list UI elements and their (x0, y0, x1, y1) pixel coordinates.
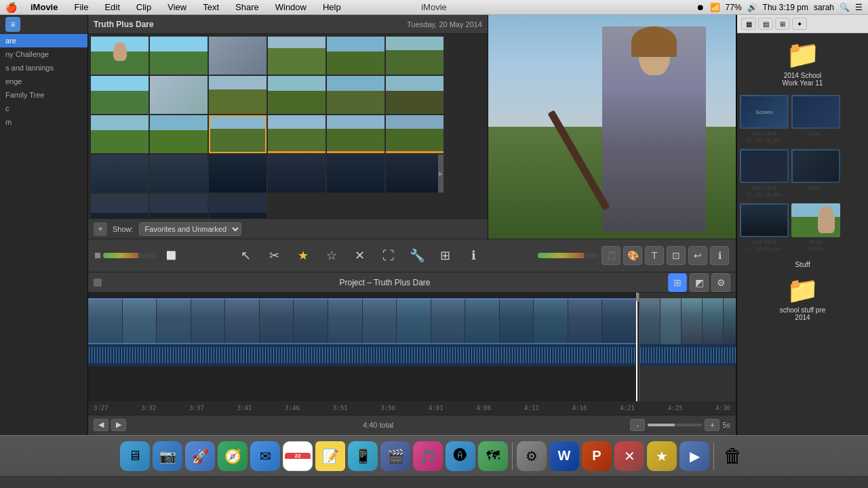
thumbnail-4-3[interactable] (209, 155, 267, 192)
sidebar-item-challenge[interactable]: ny Challenge (0, 47, 87, 61)
thumbnail-1-5[interactable] (327, 37, 384, 75)
search-icon[interactable]: 🔍 (840, 3, 850, 12)
thumbnail-5-2[interactable] (150, 194, 208, 218)
timeline-area[interactable]: 4s (88, 293, 736, 401)
menu-share[interactable]: Share (233, 1, 262, 14)
select-tool-button[interactable]: ↖ (234, 243, 258, 268)
thumbnail-2-6[interactable] (386, 76, 443, 114)
dock-appstore[interactable]: 🅐 (446, 441, 475, 471)
zoom-out-btn[interactable]: - (630, 419, 645, 431)
thumbnail-2-1[interactable] (91, 76, 149, 114)
screenshot-4[interactable]: Scre... (791, 149, 840, 198)
sidebar-item-enge[interactable]: enge (0, 75, 87, 88)
thumbnail-3-1[interactable] (91, 115, 149, 153)
clip-thumbnail-view[interactable]: ⬜ (160, 245, 182, 266)
thumbnail-3-3[interactable] (209, 115, 267, 153)
unfavorite-button[interactable]: ☆ (319, 243, 344, 268)
thumbnail-4-4[interactable] (268, 155, 326, 192)
screenshot-1[interactable]: Screen een Shot0...53.18 pm (740, 95, 789, 144)
rclip-1[interactable] (639, 298, 660, 344)
menu-text[interactable]: Text (200, 1, 222, 14)
finder-list-view[interactable]: ▤ (758, 18, 773, 30)
audio-waveform-btn[interactable]: 🎵 (601, 246, 620, 265)
zoom-in-btn[interactable]: + (705, 419, 719, 431)
dock-launchpad[interactable]: 🚀 (185, 441, 215, 471)
dock-ppt[interactable]: P (582, 441, 612, 471)
trim-tool-button[interactable]: ✂ (262, 243, 287, 268)
sidebar-item-are[interactable]: are (0, 34, 87, 47)
dock-sysprefs[interactable]: ⚙ (517, 441, 547, 471)
dock-facetime[interactable]: 📱 (348, 441, 378, 471)
thumbnail-2-2[interactable] (150, 76, 208, 114)
dock-maps[interactable]: 🗺 (478, 441, 508, 471)
truth-thumb[interactable]: TruthSarah, (791, 203, 840, 252)
screenshot-3[interactable]: een Shot0...59.28 pm (740, 149, 789, 198)
transition-btn[interactable]: ⊡ (667, 246, 686, 265)
folder-school-stuff-pre2014[interactable]: 📁 school stuff pre 2014 (737, 272, 868, 324)
screenshot-2[interactable]: Scre... (791, 95, 840, 144)
dock-trash[interactable]: 🗑 (718, 441, 748, 471)
menu-clip[interactable]: Clip (134, 1, 154, 14)
dock-itunes[interactable]: 🎵 (413, 441, 443, 471)
menu-edit[interactable]: Edit (102, 1, 122, 14)
thumbnail-3-6[interactable] (386, 115, 443, 153)
thumbnail-5-1[interactable] (91, 194, 149, 218)
dock-istar[interactable]: ★ (647, 441, 677, 471)
thumbnail-1-3[interactable] (209, 37, 267, 75)
thumbnail-3-2[interactable] (150, 115, 208, 153)
dock-calendar[interactable]: 22 (283, 441, 313, 471)
title-btn[interactable]: T (645, 246, 664, 265)
thumbnail-1-1[interactable] (91, 37, 149, 75)
folder-2014-school[interactable]: 📁 2014 School Work Year 11 (737, 33, 868, 92)
dock-mail[interactable]: ✉ (250, 441, 280, 471)
crop-button[interactable]: ⛶ (376, 243, 401, 268)
finder-coverflow-view[interactable]: ✦ (792, 18, 807, 30)
rclip-5[interactable] (724, 298, 736, 344)
thumbnail-grid[interactable]: ▶ (88, 34, 488, 218)
thumbnail-3-5[interactable] (327, 115, 384, 153)
menu-window[interactable]: Window (273, 1, 309, 14)
favorite-button[interactable]: ★ (291, 243, 315, 268)
dock-crossover[interactable]: ✕ (614, 441, 644, 471)
map-btn[interactable]: ↩ (688, 246, 707, 265)
finder-column-view[interactable]: ⊞ (775, 18, 790, 30)
thumbnail-4-5[interactable] (327, 155, 384, 192)
reject-button[interactable]: ✕ (348, 243, 372, 268)
prev-nav-btn[interactable]: ◀ (94, 419, 108, 431)
thumbnail-4-1[interactable] (91, 155, 149, 192)
thumbnail-1-4[interactable] (268, 37, 326, 75)
dock-word[interactable]: W (549, 441, 579, 471)
rclip-3[interactable] (682, 298, 702, 344)
project-view-btn-2[interactable]: ◩ (690, 273, 709, 292)
crop-fit-button[interactable]: ⊞ (433, 243, 458, 268)
thumbnail-2-3[interactable] (209, 76, 267, 114)
rclip-4[interactable] (703, 298, 723, 344)
dock-safari[interactable]: 🧭 (218, 441, 248, 471)
inspector-btn[interactable]: ℹ (710, 246, 729, 265)
dock-stickies[interactable]: 📝 (315, 441, 345, 471)
menu-help[interactable]: Help (320, 1, 344, 14)
dock-photo-booth[interactable]: 📷 (153, 441, 182, 471)
filter-select[interactable]: Favorites and Unmarked (139, 222, 241, 236)
sidebar-item-c[interactable]: c (0, 102, 87, 115)
stabilize-button[interactable]: 🔧 (405, 243, 429, 268)
thumbnail-1-6[interactable] (386, 37, 443, 75)
dock-finder[interactable]: 🖥 (120, 441, 150, 471)
info-button[interactable]: ℹ (462, 243, 486, 268)
menu-file[interactable]: File (71, 1, 91, 14)
menu-extras-icon[interactable]: ☰ (855, 3, 863, 12)
menu-view[interactable]: View (165, 1, 189, 14)
menu-imovie[interactable]: iMovie (28, 1, 60, 14)
rclip-2[interactable] (660, 298, 681, 344)
thumbnail-3-4[interactable] (268, 115, 326, 153)
color-correction-btn[interactable]: 🎨 (623, 246, 642, 265)
zoom-slider[interactable] (648, 424, 702, 426)
apple-menu[interactable]: 🍎 (5, 2, 17, 13)
thumbnail-5-3[interactable] (209, 194, 267, 218)
add-filter-button[interactable]: + (94, 222, 107, 236)
sidebar-item-lannings[interactable]: s and lannings (0, 61, 87, 75)
thumbnail-2-5[interactable] (327, 76, 384, 114)
thumbnail-2-4[interactable] (268, 76, 326, 114)
dock-quicktime[interactable]: ▶ (679, 441, 709, 471)
project-view-btn-1[interactable]: ⊞ (668, 273, 687, 292)
